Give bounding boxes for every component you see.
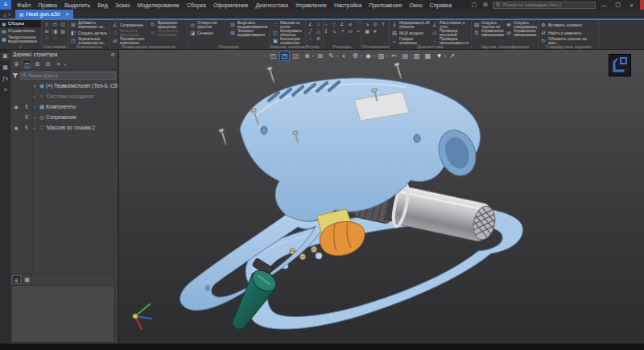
dim-frame-icon[interactable]: ▭ (347, 28, 354, 35)
modes-expander[interactable]: ∨ (0, 44, 41, 49)
create-drawing-button[interactable]: ▤ Создать чертеж по модели (473, 21, 505, 29)
orientation-icon[interactable]: ◳ (279, 51, 290, 61)
dim-wave-icon[interactable]: ≈ (355, 28, 361, 35)
tile-windows-icon[interactable]: ⊞ (481, 2, 489, 8)
viewport-3d[interactable]: ▫ ◰ ◳ ◲ ⊕ ▾ ⊞ ✎ ▾ ◐ ⚙ ▾ ◉ ▾ ▨ ▾ ✂ ▤ ▥ ▦ (119, 50, 644, 344)
parameters-panel-button[interactable]: ƒx (1, 75, 10, 82)
tree-item-point-pattern[interactable]: ◉ € • ∷ 'Массив по точкам:1' (10, 122, 118, 133)
filter-dropdown-arrow[interactable]: ▾ (444, 54, 446, 58)
home-dropdown-arrow[interactable]: ▾ (8, 12, 10, 17)
section-view-icon[interactable]: ✂ (389, 51, 399, 61)
tree-view-composition-icon[interactable]: ◫ (23, 60, 31, 68)
section-mark-icon[interactable]: € (22, 104, 31, 109)
undo-icon[interactable]: ↶ (43, 35, 51, 43)
menu-file[interactable]: Файл (17, 2, 31, 8)
update-links-button[interactable]: ↻ Обновить ссылки на мод... (539, 37, 598, 44)
filter-funnel-icon[interactable] (12, 72, 19, 79)
expand-arrow-icon[interactable]: ▾ (31, 84, 38, 89)
home-button[interactable]: ⌂ (3, 12, 6, 18)
tree-collapse-icon[interactable]: ⊟ (43, 60, 52, 68)
object-info-button[interactable]: ℹ Информация об объекте (390, 21, 431, 29)
menu-layout[interactable]: Оформление (213, 2, 248, 8)
section-mark-icon[interactable]: € (22, 114, 31, 120)
aux-points-icon[interactable]: ∴ (307, 35, 314, 43)
menu-diagnostics[interactable]: Диагностика (255, 2, 288, 8)
visibility-eye-icon[interactable]: ◉ (10, 125, 22, 130)
add-component-button[interactable]: ⊞ Добавить компонент из... (69, 21, 109, 29)
aux-angle-icon[interactable]: ∠ (307, 21, 314, 28)
aux-line-icon[interactable]: ╱ (307, 28, 314, 35)
redo-icon[interactable]: ↷ (52, 35, 59, 43)
document-planes-icon[interactable]: ◰ (268, 51, 279, 61)
geometry-collection-button[interactable]: ▣ Коллекция геометрии (271, 37, 305, 44)
saved-views-icon[interactable]: ◲ (291, 51, 301, 61)
callout-icon[interactable]: ↗ (447, 51, 457, 61)
filter-objects-icon[interactable]: ▼ (434, 51, 444, 61)
mass-properties-button[interactable]: ▤ МЦХ модели (390, 29, 431, 37)
menu-select[interactable]: Выделить (64, 2, 90, 8)
unfix-component-button[interactable]: ⊘ Отключить фиксацию (149, 29, 187, 37)
preview-icon[interactable]: ◨ (52, 28, 59, 35)
ann-hatch-icon[interactable]: # (372, 28, 379, 35)
find-replace-button[interactable]: ⇄ Найти и заменить (539, 29, 598, 37)
curvature-graph-button[interactable]: ≈ График кривизны (390, 37, 431, 44)
heat-gun-3d-model[interactable] (119, 50, 644, 344)
view-settings-gear-icon[interactable]: ⚙ (350, 51, 361, 61)
pin-toolbar-icon[interactable]: ▫ (261, 51, 267, 61)
hide-show-dropdown-arrow[interactable]: ▾ (374, 54, 375, 58)
menu-sketch[interactable]: Эскиз (115, 2, 130, 8)
tab-heat-gun[interactable]: ▤ Heat gun.a3d × (15, 10, 73, 19)
menu-management[interactable]: Управление (295, 2, 327, 8)
clipboard-paste-icon[interactable]: ▥ (411, 51, 422, 61)
cut-extrude-button[interactable]: ⊟ Вырезать выдавливанием (229, 21, 270, 29)
tree-item-components[interactable]: ◉ € • ▦ Компоненты (10, 101, 118, 112)
measure-icon[interactable]: ✎ (326, 51, 336, 61)
zoom-dropdown-arrow[interactable]: ▾ (312, 54, 314, 58)
layers-panel-button[interactable]: ▦ (1, 64, 10, 71)
mode-assembly[interactable]: ▣ Сборка (0, 20, 41, 27)
mode-solid-modeling[interactable]: ▦ Твердотельное моделирование (0, 34, 41, 44)
collision-check-button[interactable]: ⚠ Проверка коллизий (431, 29, 471, 37)
list-panel-button[interactable]: ≡ (1, 86, 10, 93)
measure-dropdown-arrow[interactable]: ▾ (336, 54, 338, 58)
visibility-eye-icon[interactable]: ◉ (10, 104, 22, 109)
appearance-dropdown-arrow[interactable]: ▾ (386, 54, 388, 58)
simple-hole-button[interactable]: ◎ Отверстие простое (188, 21, 229, 29)
menu-modeling[interactable]: Моделирование (138, 2, 180, 8)
tree-view-structure-icon[interactable]: ≣ (12, 60, 21, 68)
dim-linear-icon[interactable]: ↔ (324, 21, 330, 28)
app-logo[interactable]: ≡ (0, 0, 11, 10)
tree-item-root-assembly[interactable]: ▾ ▣ (+) Термопистолет (Тел-0, Сборочных … (10, 80, 118, 91)
menu-help[interactable]: Справка (430, 2, 452, 8)
open-icon[interactable]: ▭ (52, 21, 59, 28)
zoom-area-icon[interactable]: ⊞ (315, 51, 325, 61)
dim-leader-icon[interactable]: ↧ (324, 28, 330, 35)
mirror-component-button[interactable]: ◫ Зеркальное отражение ко... (69, 37, 109, 44)
distance-angle-button[interactable]: ∠ Расстояние и угол (431, 21, 471, 29)
create-bom-button[interactable]: ≣ Создать спецификаци... (505, 21, 538, 29)
dim-diameter-icon[interactable]: ⌀ (347, 21, 354, 28)
layout-window-icon[interactable]: ▢ (470, 2, 478, 8)
tree-item-coordinate-systems[interactable]: • + Системы координат (10, 91, 118, 101)
insert-element-button[interactable]: ⊕ Вставить элемент (539, 21, 598, 29)
print-icon[interactable]: ⊞ (43, 28, 51, 35)
manage-linked-bom-button[interactable]: ⇄ Управление связанными с... (505, 29, 538, 37)
menu-assembly[interactable]: Сборка (187, 2, 206, 8)
move-component-button[interactable]: ⇄ Переместить компонент (111, 37, 149, 44)
orientation-widget[interactable] (609, 54, 631, 76)
ann-leader-icon[interactable]: ↘ (364, 21, 371, 28)
mode-management[interactable]: ▤ Управление (0, 27, 41, 35)
grid-pattern-button[interactable]: ∷ Массив по сетке (271, 21, 305, 29)
dim-chain-icon[interactable]: ↘ (331, 28, 338, 35)
clipboard-special-icon[interactable]: ▦ (423, 51, 433, 61)
zoom-icon[interactable]: ⊕ (302, 51, 312, 61)
aux-plane-icon[interactable]: △ (315, 28, 322, 35)
extrude-element-button[interactable]: ⊞ Элемент выдавливания (229, 29, 270, 37)
menu-applications[interactable]: Приложения (369, 2, 402, 8)
properties-icon[interactable]: ▥ (60, 28, 67, 35)
tree-list-icon[interactable]: ≡ (54, 60, 63, 68)
section-mark-icon[interactable]: € (22, 125, 31, 130)
structure-tree-panel-button[interactable]: ≣ (1, 52, 10, 60)
command-search-input[interactable]: Поиск по командам (Alt+/) (493, 2, 596, 9)
section-button[interactable]: ◪ Сечение (188, 29, 229, 37)
